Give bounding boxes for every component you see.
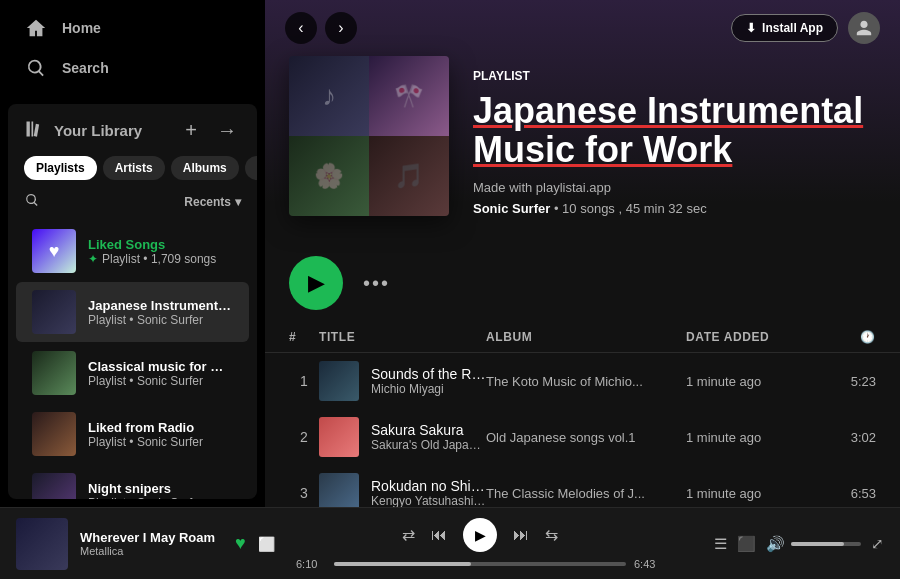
col-header-num: # — [289, 330, 319, 344]
library-item-japanese-instrumental[interactable]: Japanese Instrumental Music for... Playl… — [16, 282, 249, 342]
library-search-icon[interactable] — [24, 192, 40, 212]
playlist-made-with: Made with playlistai.app — [473, 180, 876, 195]
track-num: 3 — [289, 485, 319, 501]
track-row[interactable]: 3 Rokudan no Shirabe - Re... Kengyo Yats… — [265, 465, 900, 507]
library-title-text: Your Library — [54, 122, 142, 139]
playlist-play-button[interactable]: ▶ — [289, 256, 343, 310]
volume-fill — [791, 542, 844, 546]
track-artist[interactable]: Kengyo Yatsuhashi, Isaac Ster... — [371, 494, 486, 507]
track-thumbnail — [319, 473, 359, 507]
night-snipers-name: Night snipers — [88, 481, 203, 496]
player-pip-button[interactable]: ⬜ — [258, 536, 275, 552]
track-date-added: 1 minute ago — [686, 374, 816, 389]
track-duration: 5:23 — [816, 374, 876, 389]
playlist-type-label: Playlist — [473, 69, 876, 83]
playlist-controls: ▶ ••• — [265, 240, 900, 326]
back-button[interactable]: ‹ — [285, 12, 317, 44]
track-list-header: # Title Album Date added 🕐 — [265, 326, 900, 353]
install-app-button[interactable]: ⬇ Install App — [731, 14, 838, 42]
player-heart-button[interactable]: ♥ — [235, 533, 246, 554]
filter-tab-playlists[interactable]: Playlists — [24, 156, 97, 180]
volume-track[interactable] — [791, 542, 861, 546]
track-album: Old Japanese songs vol.1 — [486, 430, 686, 445]
playlist-info: Playlist Japanese Instrumental Music for… — [473, 69, 876, 216]
track-name: Rokudan no Shirabe - Re... — [371, 478, 486, 494]
cover-cell-4: 🎵 — [369, 136, 449, 216]
cover-cell-2: 🎌 — [369, 56, 449, 136]
expand-library-button[interactable]: → — [213, 116, 241, 144]
liked-radio-name: Liked from Radio — [88, 420, 203, 435]
search-icon — [24, 56, 48, 80]
sidebar-item-home[interactable]: Home — [12, 8, 253, 48]
forward-button[interactable]: › — [325, 12, 357, 44]
play-pause-button[interactable]: ▶ — [463, 518, 497, 552]
japanese-instrumental-info: Japanese Instrumental Music for... Playl… — [88, 298, 233, 327]
progress-track[interactable] — [334, 562, 626, 566]
add-library-button[interactable]: + — [177, 116, 205, 144]
cover-cell-3: 🌸 — [289, 136, 369, 216]
track-album: The Koto Music of Michio... — [486, 374, 686, 389]
queue-button[interactable]: ☰ — [714, 535, 727, 553]
playlist-creator: Sonic Surfer — [473, 201, 550, 216]
liked-songs-sub: ✦ Playlist • 1,709 songs — [88, 252, 216, 266]
liked-radio-sub: Playlist • Sonic Surfer — [88, 435, 203, 449]
progress-fill — [334, 562, 471, 566]
filter-tab-albums[interactable]: Albums — [171, 156, 239, 180]
top-bar-right: ⬇ Install App — [731, 12, 880, 44]
track-list: 1 Sounds of the Rapids Michio Miyagi The… — [265, 353, 900, 507]
user-avatar-button[interactable] — [848, 12, 880, 44]
devices-button[interactable]: ⬛ — [737, 535, 756, 553]
library-item-liked-radio[interactable]: Liked from Radio Playlist • Sonic Surfer — [16, 404, 249, 464]
time-current: 6:10 — [296, 558, 326, 570]
volume-icon-button[interactable]: 🔊 — [766, 535, 785, 553]
player-center: ⇄ ⏮ ▶ ⏭ ⇆ 6:10 6:43 — [296, 518, 664, 570]
recents-sort-button[interactable]: Recents ▾ — [184, 195, 241, 209]
playlist-more-button[interactable]: ••• — [363, 272, 390, 295]
sidebar-item-search[interactable]: Search — [12, 48, 253, 88]
liked-songs-info: Liked Songs ✦ Playlist • 1,709 songs — [88, 237, 216, 266]
track-date-added: 1 minute ago — [686, 430, 816, 445]
install-app-label: Install App — [762, 21, 823, 35]
library-item-liked-songs[interactable]: ♥ Liked Songs ✦ Playlist • 1,709 songs — [16, 221, 249, 281]
track-thumbnail — [319, 361, 359, 401]
previous-button[interactable]: ⏮ — [431, 526, 447, 544]
track-title-cell: Rokudan no Shirabe - Re... Kengyo Yatsuh… — [319, 473, 486, 507]
playlist-song-count: 10 songs — [562, 201, 615, 216]
liked-radio-thumb — [32, 412, 76, 456]
filter-tabs: Playlists Artists Albums Pod › — [8, 152, 257, 188]
shuffle-button[interactable]: ⇄ — [402, 525, 415, 544]
track-date-added: 1 minute ago — [686, 486, 816, 501]
track-title-cell: Sakura Sakura Sakura's Old Japanese Song… — [319, 417, 486, 457]
player-right: ☰ ⬛ 🔊 ⤢ — [664, 535, 884, 553]
classical-name: Classical music for work and sleep — [88, 359, 233, 374]
home-icon — [24, 16, 48, 40]
track-artist[interactable]: Michio Miyagi — [371, 382, 486, 396]
filter-tab-artists[interactable]: Artists — [103, 156, 165, 180]
player-track-artist: Metallica — [80, 545, 215, 557]
track-row[interactable]: 2 Sakura Sakura Sakura's Old Japanese So… — [265, 409, 900, 465]
track-artist[interactable]: Sakura's Old Japanese Songs — [371, 438, 486, 452]
track-duration: 6:53 — [816, 486, 876, 501]
main-content: ‹ › ⬇ Install App ♪ 🎌 🌸 🎵 — [265, 0, 900, 507]
next-button[interactable]: ⏭ — [513, 526, 529, 544]
library-item-night-snipers[interactable]: Night snipers Playlist • Sonic Surfer — [16, 465, 249, 499]
col-header-album: Album — [486, 330, 686, 344]
playlist-comma: , — [618, 201, 625, 216]
night-snipers-thumb — [32, 473, 76, 499]
repeat-button[interactable]: ⇆ — [545, 525, 558, 544]
col-header-title: Title — [319, 330, 486, 344]
track-row[interactable]: 1 Sounds of the Rapids Michio Miyagi The… — [265, 353, 900, 409]
japanese-instrumental-thumb — [32, 290, 76, 334]
filter-tab-podcasts[interactable]: Pod — [245, 156, 257, 180]
library-list: ♥ Liked Songs ✦ Playlist • 1,709 songs J — [8, 220, 257, 499]
top-bar: ‹ › ⬇ Install App — [265, 0, 900, 56]
player-track-info: Wherever I May Roam Metallica — [80, 530, 215, 557]
track-num: 2 — [289, 429, 319, 445]
playlist-meta: Sonic Surfer • 10 songs , 45 min 32 sec — [473, 201, 876, 216]
library-title[interactable]: Your Library — [24, 119, 142, 142]
liked-radio-info: Liked from Radio Playlist • Sonic Surfer — [88, 420, 203, 449]
fullscreen-button[interactable]: ⤢ — [871, 535, 884, 553]
track-text: Rokudan no Shirabe - Re... Kengyo Yatsuh… — [371, 478, 486, 507]
library-item-classical[interactable]: Classical music for work and sleep Playl… — [16, 343, 249, 403]
player-track-name: Wherever I May Roam — [80, 530, 215, 545]
